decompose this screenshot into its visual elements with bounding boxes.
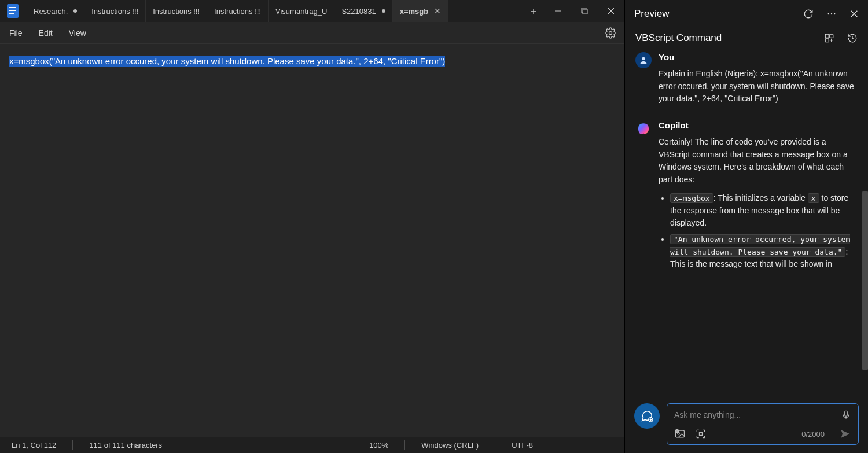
- char-counter: 0/2000: [801, 430, 825, 439]
- tab-label: S2210831: [341, 7, 376, 16]
- status-divider: [404, 440, 405, 450]
- menu-file[interactable]: File: [9, 28, 23, 38]
- inline-code: "An unknown error occurred, your system …: [670, 234, 850, 257]
- status-bar: Ln 1, Col 112 111 of 111 characters 100%…: [0, 437, 624, 453]
- copilot-name-label: Copilot: [659, 120, 858, 130]
- crop-screenshot-icon[interactable]: [695, 428, 707, 440]
- zoom-level[interactable]: 100%: [369, 441, 388, 450]
- tab-label: x=msgb: [400, 7, 429, 16]
- line-ending[interactable]: Windows (CRLF): [421, 441, 479, 450]
- tab-xmsgb[interactable]: x=msgb✕: [393, 0, 449, 22]
- svg-point-18: [642, 57, 645, 60]
- add-image-icon[interactable]: [674, 428, 686, 440]
- dirty-indicator-icon: [73, 9, 77, 13]
- conversation-title-row: VBScript Command: [625, 28, 868, 52]
- tab-label: Research,: [34, 7, 68, 16]
- tab-strip: Research, Instructions !!! Instructions …: [27, 0, 523, 22]
- copilot-panel: Preview VBScript Command You Explain in …: [625, 0, 868, 453]
- minimize-button[interactable]: [545, 0, 571, 22]
- new-topic-button[interactable]: [634, 403, 660, 429]
- svg-rect-16: [830, 34, 833, 38]
- plugins-icon[interactable]: [824, 33, 834, 43]
- svg-rect-24: [700, 433, 703, 436]
- selection-count: 111 of 111 characters: [89, 441, 162, 450]
- cursor-position[interactable]: Ln 1, Col 112: [12, 441, 56, 450]
- history-icon[interactable]: [847, 33, 858, 43]
- svg-rect-15: [825, 34, 829, 38]
- close-tab-icon[interactable]: ✕: [434, 6, 441, 16]
- menu-bar: File Edit View: [0, 22, 624, 44]
- tab-label: Instructions !!!: [214, 7, 261, 16]
- message-copilot: Copilot Certainly! The line of code you'…: [635, 120, 858, 274]
- text-editor[interactable]: x=msgbox("An unknown error occured, your…: [0, 44, 624, 437]
- inline-code: x=msgbox: [670, 193, 713, 203]
- tab-label: Instructions !!!: [153, 7, 200, 16]
- status-divider: [495, 440, 495, 450]
- chat-scroll[interactable]: You Explain in English (Nigeria): x=msgb…: [625, 52, 868, 397]
- editor-pane: Research, Instructions !!! Instructions …: [0, 0, 625, 453]
- dirty-indicator-icon: [382, 9, 385, 13]
- message-user: You Explain in English (Nigeria): x=msgb…: [635, 52, 858, 105]
- list-item: x=msgbox: This initializes a variable x …: [670, 192, 858, 230]
- tab-s2210831[interactable]: S2210831: [334, 0, 392, 22]
- user-message-text: Explain in English (Nigeria): x=msgbox("…: [659, 68, 858, 105]
- tab-label: Instructions !!!: [91, 7, 138, 16]
- copilot-message-text: Certainly! The line of code you've provi…: [659, 136, 858, 271]
- title-bar: Research, Instructions !!! Instructions …: [0, 0, 624, 22]
- list-item: "An unknown error occurred, your system …: [670, 233, 858, 271]
- tab-instructions-2[interactable]: Instructions !!!: [146, 0, 207, 22]
- tab-instructions-3[interactable]: Instructions !!!: [207, 0, 269, 22]
- svg-rect-2: [9, 10, 16, 11]
- microphone-icon[interactable]: [841, 410, 851, 420]
- settings-icon[interactable]: [605, 27, 616, 39]
- input-area: 0/2000: [625, 397, 868, 453]
- tab-visumantrag[interactable]: Visumantrag_U: [269, 0, 334, 22]
- tab-label: Visumantrag_U: [275, 7, 327, 16]
- copilot-header-title: Preview: [634, 8, 669, 20]
- refresh-icon[interactable]: [803, 9, 814, 19]
- close-window-button[interactable]: [598, 0, 624, 22]
- close-panel-icon[interactable]: [849, 9, 859, 19]
- more-icon[interactable]: [826, 9, 837, 19]
- tab-instructions-1[interactable]: Instructions !!!: [84, 0, 146, 22]
- svg-rect-17: [825, 39, 829, 42]
- status-divider: [72, 440, 73, 450]
- encoding[interactable]: UTF-8: [512, 441, 533, 450]
- scrollbar-thumb[interactable]: [862, 191, 868, 370]
- conversation-title: VBScript Command: [635, 32, 722, 44]
- chat-input-box: 0/2000: [667, 403, 859, 445]
- chat-input[interactable]: [674, 410, 841, 419]
- svg-rect-6: [583, 9, 587, 14]
- menu-edit[interactable]: Edit: [39, 28, 53, 38]
- user-name-label: You: [659, 52, 858, 62]
- svg-rect-1: [9, 7, 16, 8]
- svg-rect-20: [845, 411, 848, 416]
- svg-rect-3: [9, 13, 14, 14]
- svg-point-10: [828, 13, 829, 14]
- copilot-avatar-icon: [635, 120, 652, 137]
- send-icon[interactable]: [840, 428, 851, 440]
- svg-point-12: [834, 13, 835, 14]
- notepad-icon: [7, 4, 19, 18]
- svg-point-9: [609, 31, 612, 34]
- svg-point-11: [831, 13, 832, 14]
- new-tab-button[interactable]: ＋: [523, 4, 545, 18]
- code-line-1[interactable]: x=msgbox("An unknown error occured, your…: [9, 56, 445, 67]
- tab-research[interactable]: Research,: [27, 0, 84, 22]
- user-avatar-icon: [635, 52, 652, 68]
- inline-code: x: [808, 193, 819, 203]
- svg-point-22: [678, 433, 679, 434]
- window-controls: [545, 0, 624, 22]
- menu-view[interactable]: View: [69, 28, 86, 38]
- copilot-header: Preview: [625, 0, 868, 28]
- maximize-button[interactable]: [571, 0, 598, 22]
